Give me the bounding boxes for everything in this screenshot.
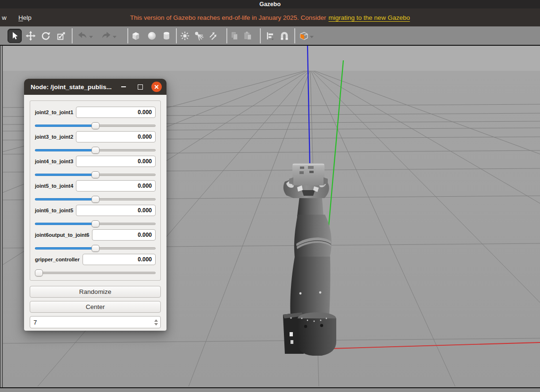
joint-list: joint2_to_joint1 0.000 joint3_to_joint2 … <box>30 100 161 281</box>
slider-handle[interactable] <box>91 122 100 129</box>
close-icon: ✕ <box>154 83 159 90</box>
menubar: w Help This version of Gazebo reaches en… <box>0 8 540 26</box>
window-titlebar: Gazebo <box>0 0 540 8</box>
toolbar-separator <box>72 28 73 43</box>
joint-value-input[interactable]: 0.000 <box>83 254 156 265</box>
rotate-tool-icon[interactable] <box>40 30 51 42</box>
spin-down-icon[interactable] <box>154 323 158 325</box>
eol-warning-text: This version of Gazebo reaches end-of-li… <box>130 14 326 21</box>
sky <box>0 46 540 71</box>
slider-handle[interactable] <box>91 147 100 154</box>
snap-magnet-icon[interactable] <box>279 30 290 42</box>
slider-fill <box>35 149 95 151</box>
toolbar-separator <box>294 28 295 43</box>
joint-row: joint5_to_joint4 0.000 <box>35 180 156 203</box>
paste-icon[interactable] <box>242 30 253 42</box>
joint-row: joint3_to_joint2 0.000 <box>35 131 156 154</box>
joint-row: joint2_to_joint1 0.000 <box>35 107 156 129</box>
joint-row: joint6output_to_joint6 0.000 <box>35 229 156 252</box>
toolbar-separator <box>176 28 177 43</box>
menu-item-help[interactable]: Help <box>16 8 34 26</box>
eol-warning-link[interactable]: migrating to the new Gazebo <box>329 14 410 21</box>
joint-label: joint4_to_joint3 <box>35 158 73 164</box>
dialog-body: joint2_to_joint1 0.000 joint3_to_joint2 … <box>24 100 166 335</box>
joint-label: joint5_to_joint4 <box>35 183 73 189</box>
toolbar-separator <box>226 28 227 43</box>
slider-handle[interactable] <box>91 171 100 178</box>
redo-dropdown-caret[interactable] <box>112 30 117 42</box>
joint-value-input[interactable]: 0.000 <box>76 156 156 167</box>
joint-row: joint4_to_joint3 0.000 <box>35 156 156 178</box>
select-tool-icon[interactable] <box>8 29 22 43</box>
window-title: Gazebo <box>259 1 281 8</box>
slider-fill <box>35 174 95 176</box>
slider-fill <box>35 223 95 225</box>
slider-track[interactable] <box>35 272 156 274</box>
spinbox-arrows <box>152 317 160 328</box>
randomize-button[interactable]: Randomize <box>30 286 161 298</box>
joint-value-input[interactable]: 0.000 <box>76 107 156 118</box>
joint-label: joint3_to_joint2 <box>35 134 73 140</box>
dialog-title: Node: /joint_state_publis... <box>31 83 118 91</box>
menu-help-mnemonic: H <box>18 14 23 21</box>
point-light-icon[interactable] <box>180 30 190 42</box>
joint-slider[interactable] <box>35 171 156 178</box>
box-shape-icon[interactable] <box>130 30 141 42</box>
joint-value-input[interactable]: 0.000 <box>76 205 156 216</box>
joint-slider[interactable] <box>35 245 156 252</box>
slider-handle[interactable] <box>91 196 100 203</box>
left-panel-edge[interactable] <box>0 46 3 387</box>
joint-slider[interactable] <box>35 196 156 203</box>
directional-light-icon[interactable] <box>208 30 217 42</box>
joint-row: joint6_to_joint5 0.000 <box>35 205 156 227</box>
spot-light-icon[interactable] <box>194 30 204 42</box>
joint-slider[interactable] <box>35 147 156 154</box>
undo-icon[interactable] <box>76 30 89 42</box>
close-button[interactable]: ✕ <box>151 82 162 92</box>
view-angle-dropdown-caret[interactable] <box>309 30 314 42</box>
spin-up-icon[interactable] <box>154 319 158 322</box>
slider-fill <box>35 125 95 127</box>
minimize-button[interactable] <box>118 82 129 92</box>
toolbar <box>0 26 540 46</box>
joint-label: joint6output_to_joint6 <box>35 232 89 238</box>
slider-fill <box>35 198 95 200</box>
joint-count-spinbox[interactable]: 7 <box>30 316 161 328</box>
joint-label: joint2_to_joint1 <box>35 109 73 115</box>
toolbar-separator <box>260 28 261 43</box>
joint-slider[interactable] <box>35 269 156 276</box>
sphere-shape-icon[interactable] <box>146 30 158 42</box>
joint-slider[interactable] <box>35 122 156 129</box>
redo-icon[interactable] <box>100 30 112 42</box>
undo-dropdown-caret[interactable] <box>89 30 93 42</box>
joint-value-input[interactable]: 0.000 <box>76 131 156 142</box>
joint-slider[interactable] <box>35 220 156 227</box>
joint-label: gripper_controller <box>35 257 80 262</box>
scale-tool-icon[interactable] <box>56 30 67 42</box>
joint-label: joint6_to_joint5 <box>35 208 73 213</box>
cylinder-shape-icon[interactable] <box>161 30 172 42</box>
joint-state-publisher-dialog: Node: /joint_state_publis... ✕ joint2_to… <box>24 79 166 331</box>
center-button[interactable]: Center <box>30 301 161 313</box>
align-icon[interactable] <box>265 30 274 42</box>
joint-value-input[interactable]: 0.000 <box>92 229 156 241</box>
view-angle-icon[interactable] <box>298 30 309 42</box>
bottom-bar <box>0 387 540 392</box>
menu-item-partial[interactable]: w <box>0 8 8 26</box>
maximize-button[interactable] <box>135 82 145 92</box>
translate-tool-icon[interactable] <box>25 30 36 42</box>
joint-row: gripper_controller 0.000 <box>35 254 156 276</box>
slider-handle[interactable] <box>91 245 100 252</box>
slider-fill <box>35 247 95 250</box>
joint-value-input[interactable]: 0.000 <box>76 180 156 192</box>
dialog-titlebar[interactable]: Node: /joint_state_publis... ✕ <box>24 79 166 95</box>
copy-icon[interactable] <box>229 30 240 42</box>
slider-handle[interactable] <box>35 269 43 276</box>
slider-handle[interactable] <box>91 220 100 227</box>
eol-warning-banner: This version of Gazebo reaches end-of-li… <box>0 8 540 26</box>
spinbox-value[interactable]: 7 <box>30 319 152 326</box>
toolbar-separator <box>127 28 128 43</box>
